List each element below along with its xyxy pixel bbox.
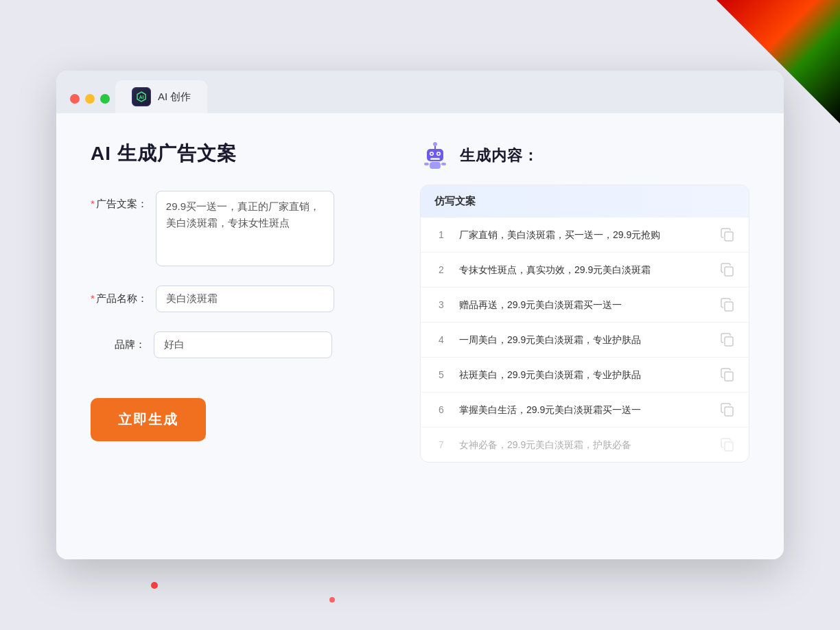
required-star-2: * bbox=[91, 292, 95, 304]
required-star-1: * bbox=[91, 198, 95, 209]
decorative-dot-1 bbox=[151, 582, 158, 589]
row-text: 一周美白，29.9元美白淡斑霜，专业护肤品 bbox=[459, 333, 709, 347]
svg-text:AI: AI bbox=[139, 95, 144, 100]
right-title: 生成内容： bbox=[460, 145, 539, 166]
svg-point-8 bbox=[438, 153, 440, 155]
svg-rect-16 bbox=[725, 337, 733, 346]
title-bar: AI AI 创作 bbox=[56, 71, 784, 113]
tab-label: AI 创作 bbox=[158, 91, 191, 104]
copy-icon[interactable] bbox=[720, 332, 735, 347]
table-row: 2 专抹女性斑点，真实功效，29.9元美白淡斑霜 bbox=[421, 253, 749, 288]
decorative-dot-2 bbox=[329, 597, 335, 603]
content-area: AI 生成广告文案 *广告文案： *产品名称： 美白淡斑霜 品牌： 好白 bbox=[56, 113, 784, 559]
row-text: 掌握美白生活，29.9元美白淡斑霜买一送一 bbox=[459, 403, 709, 417]
row-number: 4 bbox=[434, 334, 448, 345]
table-row: 5 祛斑美白，29.9元美白淡斑霜，专业护肤品 bbox=[421, 358, 749, 393]
results-container: 仿写文案 1 厂家直销，美白淡斑霜，买一送一，29.9元抢购 2 专抹女性斑点，… bbox=[420, 185, 749, 463]
product-name-group: *产品名称： 美白淡斑霜 bbox=[91, 285, 386, 312]
table-row: 1 厂家直销，美白淡斑霜，买一送一，29.9元抢购 bbox=[421, 218, 749, 253]
row-text: 专抹女性斑点，真实功效，29.9元美白淡斑霜 bbox=[459, 263, 709, 277]
right-header: 生成内容： bbox=[420, 141, 749, 171]
copy-icon[interactable] bbox=[720, 402, 735, 417]
svg-rect-13 bbox=[725, 232, 733, 241]
minimize-button[interactable] bbox=[85, 94, 95, 104]
copy-icon[interactable] bbox=[720, 367, 735, 382]
left-panel: AI 生成广告文案 *广告文案： *产品名称： 美白淡斑霜 品牌： 好白 bbox=[91, 141, 386, 532]
brand-group: 品牌： 好白 bbox=[91, 331, 386, 358]
table-row: 3 赠品再送，29.9元美白淡斑霜买一送一 bbox=[421, 288, 749, 323]
svg-rect-12 bbox=[441, 163, 446, 165]
svg-rect-10 bbox=[430, 162, 441, 169]
svg-rect-15 bbox=[725, 302, 733, 311]
ad-copy-label: *广告文案： bbox=[91, 191, 148, 211]
page-title: AI 生成广告文案 bbox=[91, 141, 386, 167]
ad-copy-group: *广告文案： bbox=[91, 191, 386, 266]
svg-rect-18 bbox=[725, 407, 733, 416]
brand-label: 品牌： bbox=[91, 331, 145, 351]
product-name-label: *产品名称： bbox=[91, 285, 148, 305]
copy-icon[interactable] bbox=[720, 227, 735, 242]
svg-rect-11 bbox=[424, 163, 429, 165]
copy-icon[interactable] bbox=[720, 262, 735, 277]
ai-tab[interactable]: AI AI 创作 bbox=[115, 80, 207, 113]
svg-rect-9 bbox=[430, 158, 440, 160]
results-header: 仿写文案 bbox=[421, 185, 749, 218]
copy-icon[interactable] bbox=[720, 297, 735, 312]
row-number: 6 bbox=[434, 404, 448, 415]
window-controls bbox=[70, 94, 110, 113]
row-text: 厂家直销，美白淡斑霜，买一送一，29.9元抢购 bbox=[459, 228, 709, 242]
copy-icon[interactable] bbox=[720, 437, 735, 452]
result-rows-container: 1 厂家直销，美白淡斑霜，买一送一，29.9元抢购 2 专抹女性斑点，真实功效，… bbox=[421, 218, 749, 462]
svg-rect-14 bbox=[725, 267, 733, 276]
row-text: 祛斑美白，29.9元美白淡斑霜，专业护肤品 bbox=[459, 368, 709, 382]
table-row: 4 一周美白，29.9元美白淡斑霜，专业护肤品 bbox=[421, 323, 749, 358]
row-number: 3 bbox=[434, 299, 448, 310]
table-row: 6 掌握美白生活，29.9元美白淡斑霜买一送一 bbox=[421, 393, 749, 428]
table-row: 7 女神必备，29.9元美白淡斑霜，护肤必备 bbox=[421, 428, 749, 462]
row-number: 1 bbox=[434, 229, 448, 240]
right-panel: 生成内容： 仿写文案 1 厂家直销，美白淡斑霜，买一送一，29.9元抢购 2 专… bbox=[420, 141, 749, 532]
generate-button[interactable]: 立即生成 bbox=[91, 398, 206, 441]
row-number: 2 bbox=[434, 264, 448, 275]
svg-point-7 bbox=[431, 153, 433, 155]
ai-tab-icon: AI bbox=[132, 87, 151, 106]
row-text: 女神必备，29.9元美白淡斑霜，护肤必备 bbox=[459, 438, 709, 452]
robot-icon bbox=[420, 141, 450, 171]
svg-rect-19 bbox=[725, 442, 733, 451]
product-name-input[interactable]: 美白淡斑霜 bbox=[156, 285, 334, 312]
svg-rect-17 bbox=[725, 372, 733, 381]
browser-window: AI AI 创作 AI 生成广告文案 *广告文案： *产品名称： 美白淡 bbox=[56, 71, 784, 559]
row-text: 赠品再送，29.9元美白淡斑霜买一送一 bbox=[459, 298, 709, 312]
close-button[interactable] bbox=[70, 94, 80, 104]
row-number: 7 bbox=[434, 439, 448, 450]
ad-copy-input[interactable] bbox=[156, 191, 334, 266]
brand-input[interactable]: 好白 bbox=[154, 331, 332, 358]
maximize-button[interactable] bbox=[100, 94, 110, 104]
svg-point-4 bbox=[433, 142, 437, 146]
row-number: 5 bbox=[434, 369, 448, 380]
